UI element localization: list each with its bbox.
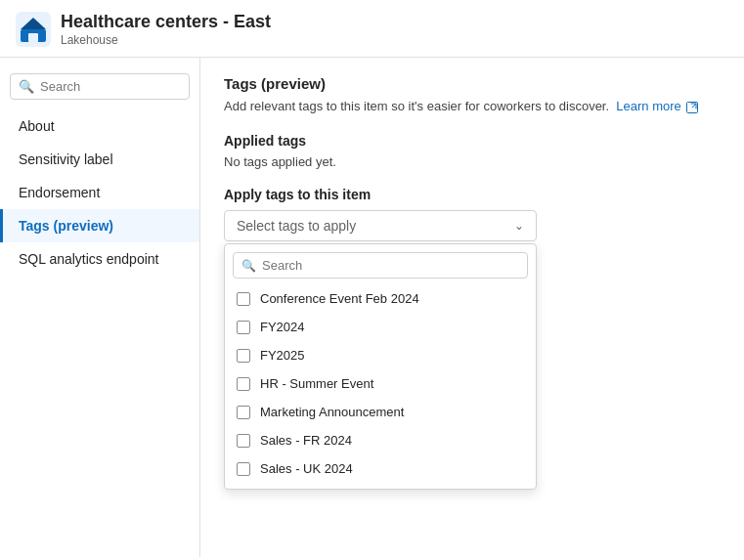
tag-checkbox[interactable] bbox=[237, 462, 250, 476]
sidebar-search-box[interactable]: 🔍 bbox=[10, 73, 190, 100]
tag-option-label: Marketing Announcement bbox=[260, 405, 404, 419]
dropdown-placeholder-text: Select tags to apply bbox=[237, 218, 356, 234]
learn-more-link[interactable]: Learn more bbox=[616, 99, 680, 113]
tag-checkbox[interactable] bbox=[237, 292, 250, 306]
applied-tags-label: Applied tags bbox=[224, 133, 721, 149]
sidebar-item-about[interactable]: About bbox=[0, 109, 199, 143]
search-icon: 🔍 bbox=[19, 79, 34, 94]
svg-rect-3 bbox=[28, 33, 38, 42]
sidebar-item-sql-analytics-endpoint[interactable]: SQL analytics endpoint bbox=[0, 242, 199, 276]
sidebar-item-endorsement[interactable]: Endorsement bbox=[0, 176, 199, 209]
sidebar-item-tags-preview[interactable]: Tags (preview) bbox=[0, 209, 199, 242]
description: Add relevant tags to this item so it's e… bbox=[224, 98, 721, 115]
tag-checkbox[interactable] bbox=[237, 434, 250, 448]
header-text: Healthcare centers - East Lakehouse bbox=[61, 12, 271, 47]
sidebar: 🔍 About Sensitivity label Endorsement Ta… bbox=[0, 58, 200, 557]
description-text: Add relevant tags to this item so it's e… bbox=[224, 99, 609, 113]
tag-option-label: FY2025 bbox=[260, 348, 305, 363]
section-title: Tags (preview) bbox=[224, 75, 721, 92]
chevron-down-icon: ⌄ bbox=[514, 219, 524, 233]
tag-checkbox[interactable] bbox=[237, 321, 250, 334]
external-link-icon bbox=[686, 102, 698, 113]
lakehouse-icon bbox=[16, 12, 51, 47]
tag-option-label: Sales - FR 2024 bbox=[260, 433, 352, 448]
tag-option-item[interactable]: Conference Event Feb 2024 bbox=[225, 284, 536, 313]
tags-dropdown-container: Select tags to apply ⌄ 🔍 Conference Even… bbox=[224, 210, 537, 241]
header: Healthcare centers - East Lakehouse bbox=[0, 0, 744, 58]
tags-dropdown-trigger[interactable]: Select tags to apply ⌄ bbox=[224, 210, 537, 241]
sidebar-search-input[interactable] bbox=[40, 79, 181, 94]
no-tags-text: No tags applied yet. bbox=[224, 154, 721, 169]
tag-checkbox[interactable] bbox=[237, 406, 250, 419]
dropdown-search-input[interactable] bbox=[262, 258, 519, 273]
main-content: Tags (preview) Add relevant tags to this… bbox=[200, 58, 744, 557]
tag-option-item[interactable]: FY2025 bbox=[225, 341, 536, 369]
tags-dropdown-panel: 🔍 Conference Event Feb 2024FY2024FY2025H… bbox=[224, 243, 537, 490]
tag-option-label: Sales - UK 2024 bbox=[260, 461, 353, 476]
tag-option-label: HR - Summer Event bbox=[260, 376, 373, 391]
tag-option-item[interactable]: Sales - FR 2024 bbox=[225, 426, 536, 454]
tag-option-item[interactable]: Marketing Announcement bbox=[225, 398, 536, 426]
app-title: Healthcare centers - East bbox=[61, 12, 271, 33]
tag-option-label: FY2024 bbox=[260, 320, 305, 334]
tag-option-item[interactable]: FY2024 bbox=[225, 313, 536, 341]
tag-option-label: Conference Event Feb 2024 bbox=[260, 291, 419, 306]
app-subtitle: Lakehouse bbox=[61, 33, 271, 47]
tag-option-item[interactable]: HR - Summer Event bbox=[225, 369, 536, 398]
dropdown-search-icon: 🔍 bbox=[241, 259, 256, 273]
apply-tags-label: Apply tags to this item bbox=[224, 187, 721, 202]
sidebar-item-sensitivity-label[interactable]: Sensitivity label bbox=[0, 143, 199, 176]
tag-option-item[interactable]: Sales - UK 2024 bbox=[225, 454, 536, 483]
dropdown-search-box[interactable]: 🔍 bbox=[233, 252, 528, 279]
tag-options-list: Conference Event Feb 2024FY2024FY2025HR … bbox=[225, 284, 536, 483]
tag-checkbox[interactable] bbox=[237, 349, 250, 363]
tag-checkbox[interactable] bbox=[237, 377, 250, 391]
